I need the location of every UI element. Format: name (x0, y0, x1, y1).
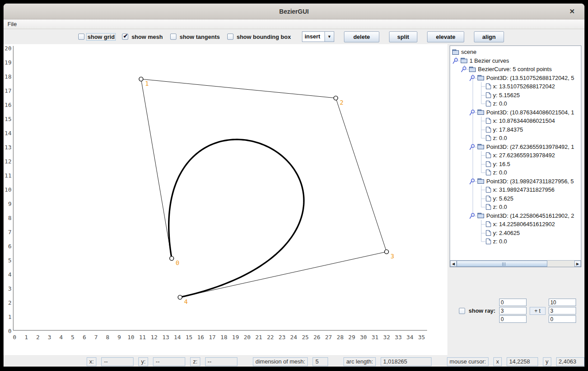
checkbox-show-bounding-box[interactable]: ✔ show bounding box (227, 33, 292, 41)
split-button[interactable]: split (389, 31, 417, 42)
tree-row[interactable]: z: 0.0 (452, 168, 581, 177)
checkbox-show-grid[interactable]: ✔ show grid (78, 33, 116, 41)
y-tick-label: 20 (4, 45, 11, 52)
tree-node-label: z: 0.0 (493, 100, 507, 107)
tree-indent (452, 160, 460, 169)
checkbox-box[interactable]: ✔ (227, 34, 233, 40)
scroll-right-icon[interactable]: ▶ (574, 261, 581, 267)
y-tick-label: 6 (8, 243, 11, 250)
tree-row[interactable]: y: 16.5 (452, 160, 581, 169)
delete-button[interactable]: delete (344, 31, 379, 42)
tree-indent (460, 186, 469, 194)
tree-row[interactable]: z: 0.0 (452, 203, 581, 212)
file-icon (485, 238, 491, 245)
folder-icon (477, 75, 485, 81)
checkbox-label[interactable]: show bounding box (235, 33, 292, 41)
tree-row[interactable]: y: 5.625 (452, 194, 581, 203)
scrollbar-grip-icon (502, 262, 505, 266)
checkbox-label[interactable]: show grid (86, 33, 116, 41)
x-coordinate-field[interactable]: -- (101, 357, 134, 366)
ray-origin-x-field[interactable] (499, 299, 527, 306)
tree-expand-handle-icon[interactable] (469, 143, 477, 151)
tree-expand-handle-icon[interactable] (469, 212, 477, 220)
control-point-marker[interactable] (170, 256, 174, 260)
ray-direction-y-field[interactable] (549, 307, 576, 314)
bezier-canvas[interactable]: 0123456789101112131415161718192021222324… (4, 44, 447, 355)
ray-origin-y-field[interactable] (499, 307, 527, 314)
status-bar: x: -- y: -- z: -- dimension of mesh: 5 a… (4, 355, 584, 367)
close-icon[interactable]: ✕ (568, 7, 577, 16)
arc-length-field[interactable]: 1,018265 (381, 357, 431, 366)
tree-row[interactable]: scene (452, 48, 581, 57)
control-point-marker[interactable] (385, 250, 389, 254)
checkbox-box[interactable]: ✔ (78, 34, 84, 40)
tree-horizontal-scrollbar[interactable]: ◀ ▶ (450, 260, 581, 267)
tree-indent (452, 212, 460, 220)
x-tick-label: 14 (174, 334, 181, 341)
chevron-down-icon[interactable]: ▼ (325, 32, 334, 42)
tree-row[interactable]: x: 14.225806451612902 (452, 220, 581, 229)
elevate-button[interactable]: elevate (427, 31, 464, 42)
tree-row[interactable]: Point3D: (27.623655913978492, 1 (452, 143, 581, 151)
tree-node-label: Point3D: (14.225806451612902, 2 (486, 212, 574, 219)
title-bar[interactable]: BezierGUI ✕ (4, 4, 584, 19)
tree-indent (477, 91, 485, 100)
tree-row[interactable]: BezierCurve: 5 control points (452, 65, 581, 74)
tree-expand-handle-icon[interactable] (460, 65, 469, 74)
x-tick-label: 34 (406, 334, 413, 341)
insert-dropdown[interactable]: insert ▼ (302, 31, 334, 42)
insert-dropdown-value: insert (302, 32, 325, 42)
tree-indent (477, 125, 485, 134)
menu-bar: File (4, 19, 584, 29)
tree-expand-handle-icon[interactable] (469, 74, 477, 83)
ray-direction-z-field[interactable] (549, 315, 576, 323)
checkbox-label[interactable]: show tangents (178, 33, 221, 41)
arc-length-label: arc length: (344, 357, 376, 366)
tree-expand-handle-icon[interactable] (469, 108, 477, 117)
tree-row[interactable]: Point3D: (14.225806451612902, 2 (452, 212, 581, 220)
checkbox-show-mesh[interactable]: ✔ show mesh (122, 33, 164, 41)
tree-expand-handle-icon[interactable] (469, 177, 477, 186)
show-ray-checkbox[interactable]: ✔ (459, 308, 465, 314)
tree-row[interactable]: z: 0.0 (452, 237, 581, 246)
z-coordinate-field[interactable]: -- (205, 357, 237, 366)
tree-row[interactable]: Point3D: (31.989247311827956, 5 (452, 177, 581, 186)
y-coordinate-field[interactable]: -- (153, 357, 185, 366)
scene-tree[interactable]: scene1 Bezier curvesBezierCurve: 5 contr… (450, 46, 581, 260)
y-tick-label: 19 (4, 59, 11, 66)
align-button[interactable]: align (474, 31, 504, 42)
ray-origin-z-field[interactable] (499, 315, 527, 323)
tree-row[interactable]: z: 0.0 (452, 134, 581, 143)
menu-file[interactable]: File (4, 21, 21, 27)
y-tick-label: 5 (8, 257, 11, 264)
tree-row[interactable]: x: 27.623655913978492 (452, 151, 581, 160)
tree-row[interactable]: x: 31.989247311827956 (452, 186, 581, 194)
checkbox-box[interactable]: ✔ (170, 34, 176, 40)
control-point-marker[interactable] (139, 77, 143, 81)
tree-indent (452, 134, 460, 143)
tree-row[interactable]: Point3D: (13.510752688172042, 5 (452, 74, 581, 83)
tree-row[interactable]: Point3D: (10.876344086021504, 1 (452, 108, 581, 117)
tree-row[interactable]: x: 13.510752688172042 (452, 82, 581, 91)
mouse-y-field[interactable]: 2,4063 (556, 357, 584, 366)
checkbox-show-tangents[interactable]: ✔ show tangents (170, 33, 221, 41)
tree-row[interactable]: 1 Bezier curves (452, 57, 581, 65)
checkbox-box[interactable]: ✔ (122, 34, 128, 40)
tree-indent (452, 65, 460, 74)
tree-row[interactable]: y: 2.40625 (452, 229, 581, 238)
tree-row[interactable]: z: 0.0 (452, 99, 581, 108)
tree-node-label: scene (461, 49, 477, 55)
checkbox-label[interactable]: show mesh (130, 33, 164, 41)
ray-direction-x-field[interactable] (549, 299, 576, 306)
tree-row[interactable]: y: 17.84375 (452, 125, 581, 134)
dimension-of-mesh-field[interactable]: 5 (313, 357, 328, 366)
scroll-left-icon[interactable]: ◀ (450, 261, 457, 267)
tree-expand-handle-icon[interactable] (452, 57, 460, 65)
scrollbar-thumb[interactable] (457, 261, 547, 267)
control-point-marker[interactable] (178, 295, 182, 299)
control-point-marker[interactable] (334, 96, 338, 100)
mouse-x-field[interactable]: 14,2258 (507, 357, 538, 366)
tree-row[interactable]: y: 5.15625 (452, 91, 581, 100)
tree-row[interactable]: x: 10.876344086021504 (452, 117, 581, 125)
show-ray-label: show ray: (469, 307, 496, 314)
